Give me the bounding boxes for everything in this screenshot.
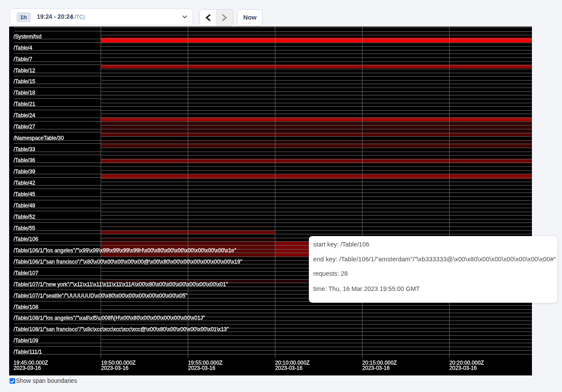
svg-text:/Table/109: /Table/109: [14, 338, 38, 344]
svg-text:/Table/111/1: /Table/111/1: [14, 348, 42, 355]
svg-text:/Table/48: /Table/48: [14, 202, 35, 208]
svg-text:/Table/7: /Table/7: [14, 56, 32, 62]
svg-text:2023-03-16: 2023-03-16: [14, 365, 41, 371]
svg-text:/Table/24: /Table/24: [14, 112, 35, 118]
svg-text:/Table/4: /Table/4: [14, 44, 32, 51]
svg-text:/Table/12: /Table/12: [14, 67, 35, 73]
svg-text:/NamespaceTable/30: /NamespaceTable/30: [14, 135, 64, 141]
svg-text:2023-03-16: 2023-03-16: [450, 365, 477, 371]
svg-text:/Table/18: /Table/18: [14, 90, 35, 96]
svg-text:/Table/36: /Table/36: [14, 157, 35, 163]
svg-text:2023-03-16: 2023-03-16: [275, 365, 303, 371]
svg-text:/Table/107: /Table/107: [14, 270, 38, 276]
svg-text:/Table/21: /Table/21: [14, 101, 35, 107]
svg-text:2023-03-16: 2023-03-16: [101, 365, 129, 371]
svg-text:/Table/39: /Table/39: [14, 169, 35, 175]
svg-text:/Table/45: /Table/45: [14, 191, 35, 197]
svg-text:2023-03-16: 2023-03-16: [362, 365, 390, 371]
svg-text:2023-03-16: 2023-03-16: [188, 365, 216, 371]
svg-text:/Table/15: /Table/15: [14, 78, 35, 84]
svg-text:/Table/27: /Table/27: [14, 123, 35, 129]
svg-text:/Table/107/1/"new york"/"\x11\: /Table/107/1/"new york"/"\x11\x11\x11\x1…: [14, 281, 228, 287]
svg-text:/Table/108/1/"los angeles"/"\x: /Table/108/1/"los angeles"/"\xa8\xf5\u00…: [14, 315, 205, 321]
svg-text:/Table/107/1/"seattle"/"UUUUUU: /Table/107/1/"seattle"/"UUUUUUD\x00\x80\…: [14, 292, 187, 298]
svg-text:/Table/33: /Table/33: [14, 146, 35, 152]
svg-text:/Table/108: /Table/108: [14, 304, 38, 310]
svg-text:/Table/55: /Table/55: [14, 225, 35, 231]
svg-text:/Table/52: /Table/52: [14, 213, 35, 220]
svg-text:/Table/42: /Table/42: [14, 180, 35, 186]
svg-text:/Table/106/1/"san francisco"/": /Table/106/1/"san francisco"/"\x80\x00\x…: [14, 259, 242, 265]
svg-text:/Table/106: /Table/106: [14, 236, 38, 242]
svg-text:/Table/106/1/"los angeles"/"\x: /Table/106/1/"los angeles"/"\x99\x99\x99…: [14, 247, 236, 253]
svg-text:/Table/108/1/"san francisco"/": /Table/108/1/"san francisco"/"\x8c\xcc\x…: [14, 326, 229, 332]
svg-text:/System/tsd: /System/tsd: [14, 33, 41, 39]
